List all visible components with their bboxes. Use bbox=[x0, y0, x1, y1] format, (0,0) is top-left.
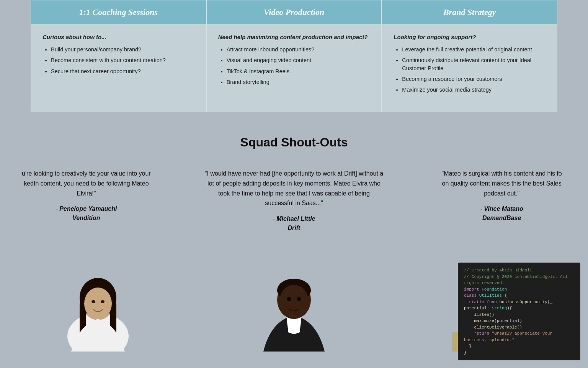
brand-intro: Looking for ongoing support? bbox=[394, 34, 546, 40]
brand-bullet-1: Leverage the full creative potential of … bbox=[402, 46, 546, 53]
coaching-card-body: Curious about how to... Build your perso… bbox=[31, 24, 206, 94]
video-bullets: Attract more inbound opportunities? Visu… bbox=[218, 46, 370, 86]
brand-card-body: Looking for ongoing support? Leverage th… bbox=[382, 24, 557, 112]
testimonial-penelope: u're looking to creatively tie your valu… bbox=[0, 169, 188, 232]
video-intro: Need help maximizing content production … bbox=[218, 34, 370, 40]
video-bullet-4: Brand storytelling bbox=[227, 78, 370, 86]
video-card-header: Video Production bbox=[207, 0, 382, 24]
video-card: Video Production Need help maximizing co… bbox=[206, 0, 382, 112]
coaching-bullet-3: Secure that next career opportunity? bbox=[51, 67, 194, 75]
coaching-bullet-2: Become consistent with your content crea… bbox=[51, 56, 194, 64]
michael-quote: "I would have never had [the opportunity… bbox=[203, 169, 385, 208]
video-title: Video Production bbox=[214, 7, 374, 17]
vince-attribution: - Vince Matano DemandBase bbox=[415, 204, 588, 223]
svg-point-6 bbox=[84, 288, 112, 320]
brand-bullets: Leverage the full creative potential of … bbox=[394, 46, 546, 94]
code-class-kw: class bbox=[464, 293, 477, 298]
brand-title: Brand Strategy bbox=[390, 7, 549, 17]
svg-point-12 bbox=[279, 285, 309, 319]
brand-bullet-4: Maximize your social media strategy bbox=[402, 86, 546, 94]
michael-company: Drift bbox=[203, 223, 385, 233]
coaching-bullet-1: Build your personal/company brand? bbox=[51, 46, 194, 53]
coaching-card-header: 1:1 Coaching Sessions bbox=[31, 0, 206, 24]
michael-attribution: - Michael Little Drift bbox=[203, 214, 385, 233]
vince-quote: "Mateo is surgical with his content and … bbox=[415, 169, 588, 198]
michael-name: Michael Little bbox=[276, 215, 315, 222]
brand-card-header: Brand Strategy bbox=[382, 0, 557, 24]
video-bullet-3: TikTok & Instagram Reels bbox=[227, 67, 370, 75]
svg-point-8 bbox=[101, 300, 105, 303]
video-bullet-1: Attract more inbound opportunities? bbox=[227, 46, 370, 53]
coaching-bullets: Build your personal/company brand? Becom… bbox=[42, 46, 194, 75]
testimonial-michael: "I would have never had [the opportunity… bbox=[188, 169, 400, 232]
testimonials-row: u're looking to creatively tie your valu… bbox=[0, 169, 588, 232]
squad-title: Squad Shout-Outs bbox=[0, 135, 588, 150]
photo-michael bbox=[196, 244, 392, 352]
brand-card: Brand Strategy Looking for ongoing suppo… bbox=[382, 0, 557, 112]
vince-company: DemandBase bbox=[415, 214, 588, 223]
coaching-title: 1:1 Coaching Sessions bbox=[39, 7, 198, 17]
video-bullet-2: Visual and engaging video content bbox=[227, 56, 370, 64]
coaching-card: 1:1 Coaching Sessions Curious about how … bbox=[31, 0, 206, 112]
penelope-attribution: - Penelope Yamauchi Vendition bbox=[0, 204, 173, 223]
testimonial-vince: "Mateo is surgical with his content and … bbox=[400, 169, 588, 232]
svg-point-13 bbox=[287, 297, 291, 301]
brand-bullet-3: Becoming a resource for your customers bbox=[402, 75, 546, 83]
svg-point-14 bbox=[297, 297, 301, 301]
photo-penelope bbox=[0, 244, 196, 352]
services-section: 1:1 Coaching Sessions Curious about how … bbox=[0, 0, 588, 112]
svg-point-7 bbox=[91, 300, 95, 303]
code-line-2: // Copyright @ 2020 com.abtinhidgoli. Al… bbox=[464, 274, 568, 286]
code-line-1: // Created by Abtin Hidgoli bbox=[464, 268, 532, 273]
video-card-body: Need help maximizing content production … bbox=[207, 24, 382, 104]
code-import: import bbox=[464, 287, 479, 292]
penelope-quote: u're looking to creatively tie your valu… bbox=[0, 169, 173, 198]
penelope-company: Vendition bbox=[0, 214, 173, 223]
brand-bullet-2: Continuously distribute relevant content… bbox=[402, 56, 546, 72]
vince-name: Vince Matano bbox=[484, 205, 523, 212]
coaching-intro: Curious about how to... bbox=[42, 34, 194, 40]
penelope-name: Penelope Yamauchi bbox=[59, 205, 117, 212]
code-overlay: // Created by Abtin Hidgoli // Copyright… bbox=[458, 263, 580, 360]
